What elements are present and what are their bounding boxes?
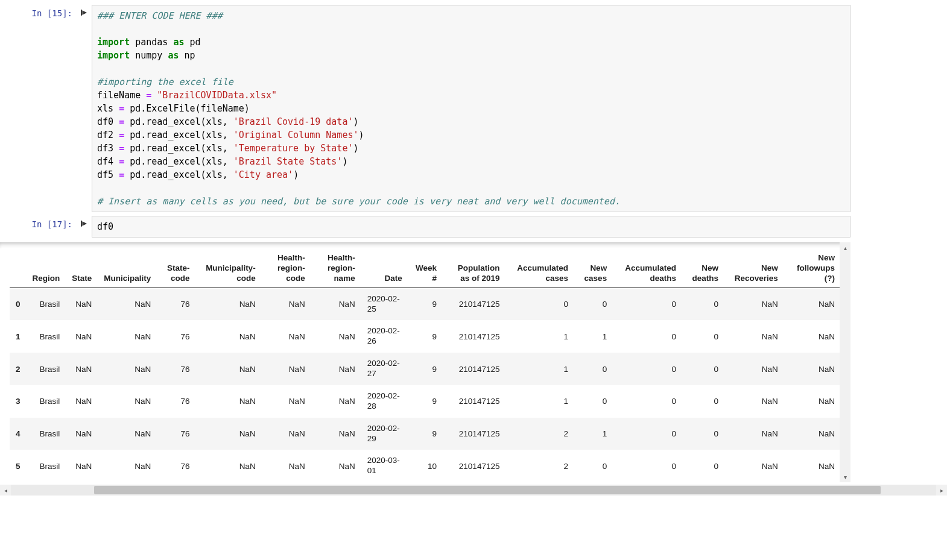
cell: NaN xyxy=(195,418,261,450)
cell: NaN xyxy=(311,418,361,450)
cell: NaN xyxy=(195,450,261,482)
run-cell-button[interactable] xyxy=(76,5,92,18)
cell: 0 xyxy=(613,353,682,385)
cell: NaN xyxy=(262,418,311,450)
cell: 0 xyxy=(574,450,613,482)
cell: NaN xyxy=(724,353,784,385)
run-icon xyxy=(80,8,87,18)
column-header: New cases xyxy=(574,250,613,288)
cell: 0 xyxy=(613,450,682,482)
cell: 1 xyxy=(505,353,574,385)
cell: 76 xyxy=(157,450,195,482)
cell: 0 xyxy=(574,288,613,320)
cell-prompt: In [15]: xyxy=(0,5,76,18)
column-header: Health-region-name xyxy=(311,250,361,288)
cell: NaN xyxy=(98,353,157,385)
cell: 1 xyxy=(574,418,613,450)
cell: NaN xyxy=(98,288,157,320)
run-icon xyxy=(80,219,87,229)
cell: 2020-02-29 xyxy=(361,418,408,450)
cell: Brasil xyxy=(27,320,66,353)
cell: 0 xyxy=(682,320,724,353)
dataframe-table: RegionStateMunicipalityState-codeMunicip… xyxy=(10,250,841,482)
cell: 76 xyxy=(157,320,195,353)
scroll-thumb[interactable] xyxy=(94,486,881,494)
cell: 0 xyxy=(613,288,682,320)
column-header: State-code xyxy=(157,250,195,288)
cell: 210147125 xyxy=(443,353,505,385)
row-index: 1 xyxy=(10,320,27,353)
cell: NaN xyxy=(784,418,841,450)
code-cell: In [15]: ### ENTER CODE HERE ### import … xyxy=(0,5,850,212)
table-row: 0BrasilNaNNaN76NaNNaNNaN2020-02-25921014… xyxy=(10,288,841,320)
cell: NaN xyxy=(311,288,361,320)
column-header: New followups (?) xyxy=(784,250,841,288)
cell: NaN xyxy=(724,320,784,353)
cell: 2 xyxy=(505,450,574,482)
scroll-down-icon: ▾ xyxy=(844,471,847,482)
horizontal-scrollbar[interactable]: ◂ ▸ xyxy=(0,485,947,496)
cell: NaN xyxy=(195,288,261,320)
cell: 210147125 xyxy=(443,385,505,418)
cell: 210147125 xyxy=(443,320,505,353)
cell: Brasil xyxy=(27,450,66,482)
cell: 2 xyxy=(505,418,574,450)
cell: NaN xyxy=(195,353,261,385)
code-editor[interactable]: df0 xyxy=(92,216,850,238)
column-header: New Recoveries xyxy=(724,250,784,288)
cell: NaN xyxy=(262,353,311,385)
cell: NaN xyxy=(784,288,841,320)
cell: Brasil xyxy=(27,288,66,320)
table-row: 3BrasilNaNNaN76NaNNaNNaN2020-02-28921014… xyxy=(10,385,841,418)
cell: 210147125 xyxy=(443,418,505,450)
cell: NaN xyxy=(784,320,841,353)
column-header: Date xyxy=(361,250,408,288)
table-header-row: RegionStateMunicipalityState-codeMunicip… xyxy=(10,250,841,288)
table-body: 0BrasilNaNNaN76NaNNaNNaN2020-02-25921014… xyxy=(10,288,841,482)
cell: 0 xyxy=(574,385,613,418)
cell: NaN xyxy=(262,385,311,418)
table-row: 1BrasilNaNNaN76NaNNaNNaN2020-02-26921014… xyxy=(10,320,841,353)
row-index: 0 xyxy=(10,288,27,320)
cell: NaN xyxy=(311,353,361,385)
cell: NaN xyxy=(66,450,98,482)
cell: NaN xyxy=(724,450,784,482)
cell: Brasil xyxy=(27,418,66,450)
scroll-left-icon: ◂ xyxy=(0,485,11,496)
column-header: Region xyxy=(27,250,66,288)
cell: 1 xyxy=(505,320,574,353)
cell: 0 xyxy=(682,353,724,385)
table-row: 4BrasilNaNNaN76NaNNaNNaN2020-02-29921014… xyxy=(10,418,841,450)
cell: 1 xyxy=(505,385,574,418)
row-index: 5 xyxy=(10,450,27,482)
cell: 76 xyxy=(157,353,195,385)
vertical-scrollbar[interactable]: ▴ ▾ xyxy=(840,242,850,482)
cell: 9 xyxy=(408,353,443,385)
cell: 10 xyxy=(408,450,443,482)
cell: NaN xyxy=(98,385,157,418)
scroll-up-icon: ▴ xyxy=(844,242,847,253)
column-header: Health-region-code xyxy=(262,250,311,288)
cell: NaN xyxy=(784,385,841,418)
row-index: 4 xyxy=(10,418,27,450)
code-cell: In [17]: df0 xyxy=(0,216,850,238)
scroll-right-icon: ▸ xyxy=(936,485,947,496)
cell: 0 xyxy=(574,353,613,385)
cell: 2020-03-01 xyxy=(361,450,408,482)
cell: NaN xyxy=(784,353,841,385)
cell: 2020-02-26 xyxy=(361,320,408,353)
cell: NaN xyxy=(311,320,361,353)
cell: NaN xyxy=(724,288,784,320)
run-cell-button[interactable] xyxy=(76,216,92,229)
cell: 0 xyxy=(613,320,682,353)
cell: NaN xyxy=(66,288,98,320)
row-index: 3 xyxy=(10,385,27,418)
output-scroll-area[interactable]: RegionStateMunicipalityState-codeMunicip… xyxy=(0,242,850,482)
cell-output: RegionStateMunicipalityState-codeMunicip… xyxy=(0,242,850,482)
cell: NaN xyxy=(195,320,261,353)
cell: 0 xyxy=(682,288,724,320)
code-editor[interactable]: ### ENTER CODE HERE ### import pandas as… xyxy=(92,5,850,212)
cell: Brasil xyxy=(27,353,66,385)
cell: 0 xyxy=(613,418,682,450)
column-header: Municipality-code xyxy=(195,250,261,288)
